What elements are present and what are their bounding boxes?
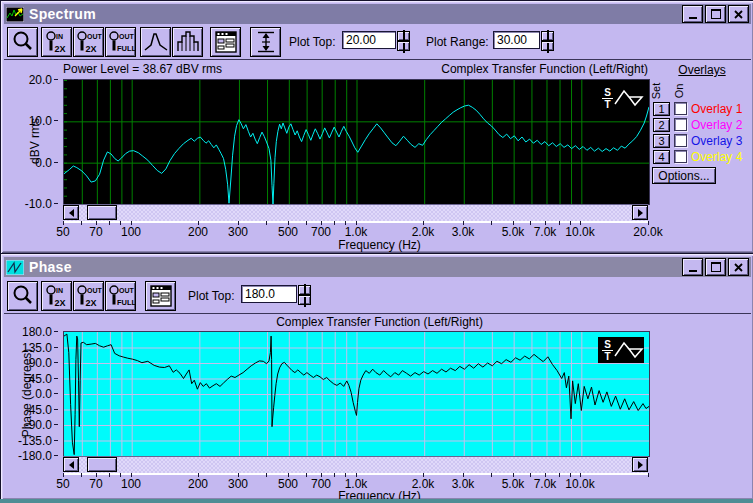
svg-text:FULL: FULL: [117, 298, 135, 307]
zoom-in-2x-button[interactable]: IN 2X: [41, 27, 72, 57]
zoom-in-2x-button[interactable]: IN 2X: [41, 281, 72, 311]
overlay-row-3: 3 Overlay 3: [653, 133, 742, 148]
overlay-3-checkbox[interactable]: [674, 134, 687, 147]
overlay-3-label: Overlay 3: [691, 134, 742, 148]
plot-top-spinner: [397, 31, 410, 51]
spectrum-x-axis-title: Frequency (Hz): [63, 238, 648, 252]
close-button[interactable]: [728, 5, 749, 23]
phase-window: Phase IN 2X OUT: [0, 253, 753, 501]
plot-top-input[interactable]: [342, 31, 396, 49]
phase-titlebar[interactable]: Phase: [4, 257, 751, 277]
plot-top-spin-down[interactable]: [298, 295, 311, 305]
zoom-out-2x-icon: OUT 2X: [75, 29, 102, 56]
badge-letter-s: S: [601, 88, 614, 97]
minimize-button[interactable]: [682, 258, 703, 276]
plot-range-spin-down[interactable]: [541, 41, 554, 51]
badge-letter-t: T: [601, 352, 614, 361]
y-tick-label: 90.0: [29, 356, 52, 370]
spin-down-icon: [403, 43, 405, 53]
arrow-left-icon: [65, 209, 74, 217]
zoom-in-2x-icon: IN 2X: [43, 29, 70, 56]
scroll-left-button[interactable]: [63, 205, 79, 220]
x-tick-mark: [648, 473, 649, 477]
y-tick-label: 135.0: [22, 341, 52, 355]
scroll-thumb[interactable]: [87, 457, 117, 472]
plot-top-label: Plot Top:: [289, 35, 335, 49]
svg-text:OUT: OUT: [87, 33, 102, 40]
maximize-icon: [711, 9, 721, 19]
bar-graph-mode-button[interactable]: [172, 27, 203, 57]
y-tick-mark: [54, 424, 58, 425]
spin-down-icon: [547, 43, 549, 53]
scroll-right-button[interactable]: [632, 205, 648, 220]
overlay-options-button[interactable]: Options...: [652, 167, 716, 184]
plot-top-spin-up[interactable]: [298, 285, 311, 295]
plot-top-input[interactable]: [241, 285, 297, 303]
zoom-in-2x-icon: IN 2X: [43, 283, 70, 310]
spectrum-window-title: Spectrum: [29, 6, 96, 22]
x-tick-label: 70: [89, 225, 102, 239]
y-tick-mark: [54, 378, 58, 379]
close-button[interactable]: [728, 258, 749, 276]
x-tick-label: 2.0k: [412, 225, 435, 239]
plot-top-label: Plot Top:: [188, 289, 234, 303]
plot-top-spin-down[interactable]: [397, 41, 410, 51]
spectrum-x-tick-labels: 50701002003005007001.0k2.0k3.0k5.0k7.0k1…: [63, 225, 648, 238]
y-tick-label: 0.0: [35, 156, 52, 170]
phase-window-title: Phase: [29, 259, 72, 275]
phase-toolbar: IN 2X OUT 2X OUT FULL: [4, 280, 751, 314]
x-tick-label: 300: [228, 225, 248, 239]
overlay-4-set-button[interactable]: 4: [653, 150, 670, 164]
spectrum-titlebar[interactable]: Spectrum: [4, 4, 751, 24]
overlay-row-1: 1 Overlay 1: [653, 101, 742, 116]
phase-plot[interactable]: S T: [63, 331, 650, 457]
y-tick-mark: [54, 79, 58, 80]
x-tick-label: 500: [278, 225, 298, 239]
peak-curve-icon: [143, 29, 169, 55]
zoom-button[interactable]: [7, 27, 38, 57]
scroll-left-button[interactable]: [63, 457, 79, 472]
plot-range-input[interactable]: [493, 31, 540, 49]
overlay-1-checkbox[interactable]: [674, 102, 687, 115]
arrow-left-icon: [65, 461, 74, 469]
spin-up-icon: [403, 30, 405, 40]
arrow-right-icon: [638, 209, 647, 217]
display-settings-button[interactable]: [210, 27, 241, 57]
scroll-right-button[interactable]: [632, 457, 648, 472]
y-tick-label: -45.0: [25, 403, 52, 417]
maximize-button[interactable]: [705, 5, 726, 23]
plot-range-spin-up[interactable]: [541, 31, 554, 41]
overlay-row-4: 4 Overlay 4: [653, 149, 742, 164]
y-tick-mark: [54, 203, 58, 204]
vertical-scale-button[interactable]: [250, 27, 281, 57]
sine-wave-icon: [614, 85, 644, 111]
spin-up-icon: [304, 284, 306, 294]
zoom-button[interactable]: [7, 281, 38, 311]
spectrum-plot-title: Complex Transfer Function (Left/Right): [441, 62, 648, 76]
overlay-2-set-button[interactable]: 2: [653, 118, 670, 132]
y-tick-mark: [54, 393, 58, 394]
settings-dialog-icon: [213, 29, 239, 55]
zoom-out-2x-button[interactable]: OUT 2X: [73, 27, 104, 57]
overlay-row-2: 2 Overlay 2: [653, 117, 742, 132]
overlay-1-set-button[interactable]: 1: [653, 102, 670, 116]
spectrum-plot[interactable]: S T: [63, 79, 650, 205]
y-tick-label: 10.0: [29, 114, 52, 128]
plot-top-spin-up[interactable]: [397, 31, 410, 41]
zoom-out-full-button[interactable]: OUT FULL: [105, 27, 136, 57]
zoom-out-2x-button[interactable]: OUT 2X: [73, 281, 104, 311]
plot-range-label: Plot Range:: [426, 35, 489, 49]
overlay-2-label: Overlay 2: [691, 118, 742, 132]
maximize-button[interactable]: [705, 258, 726, 276]
zoom-out-full-button[interactable]: OUT FULL: [105, 281, 136, 311]
overlay-4-checkbox[interactable]: [674, 150, 687, 163]
x-tick-label: 20.0k: [633, 225, 662, 239]
y-tick-mark: [54, 347, 58, 348]
minimize-button[interactable]: [682, 5, 703, 23]
overlay-3-set-button[interactable]: 3: [653, 134, 670, 148]
zoom-out-full-icon: OUT FULL: [107, 29, 135, 56]
overlay-2-checkbox[interactable]: [674, 118, 687, 131]
scroll-thumb[interactable]: [87, 205, 117, 220]
peak-curve-mode-button[interactable]: [140, 27, 171, 57]
display-settings-button[interactable]: [145, 281, 176, 311]
